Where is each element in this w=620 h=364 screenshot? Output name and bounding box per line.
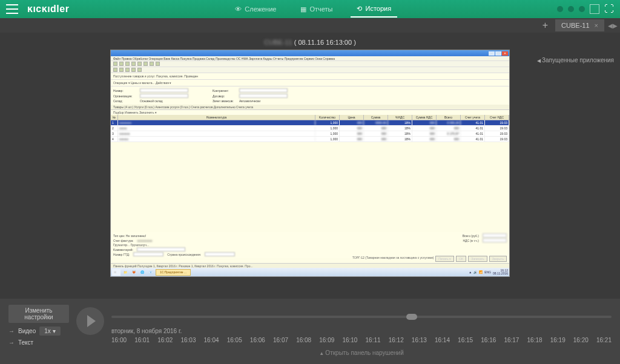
windows-taskbar[interactable]: ⊞ 📁 🦊 🌐 📧 1С:Предприятие ... ▲🔊📶 ENG 16:… (111, 268, 509, 276)
toolbar-icon[interactable] (113, 68, 117, 72)
table-row[interactable]: 3xxxxxxx1,00000000018%0000 170,9741.0119… (111, 131, 509, 137)
toolbar-icon[interactable] (113, 62, 117, 66)
toolbar-icon[interactable] (150, 62, 154, 66)
tab-tracking[interactable]: 👁Слежение (229, 1, 282, 18)
taskbar-app[interactable]: 1С:Предприятие ... (156, 269, 191, 276)
number-field[interactable] (140, 88, 188, 93)
settings-button[interactable]: Изменить настройки (8, 305, 69, 323)
speed-select[interactable]: 1x ▾ (39, 327, 60, 336)
toolbar-icon[interactable] (156, 62, 160, 66)
toolbar-icon[interactable] (119, 68, 124, 72)
maximize-icon[interactable]: □ (495, 51, 501, 56)
toolbar-icon[interactable] (143, 62, 148, 66)
taskbar-pin[interactable]: 🌐 (139, 269, 146, 276)
minimize-icon[interactable]: – (489, 51, 495, 56)
system-tray[interactable]: ▲🔊📶 ENG 16:12 08.11.2016 (469, 269, 508, 275)
doc-bottom-tabs[interactable]: Панель функций Полугодие 1, Квартал 2016… (111, 263, 509, 268)
history-icon: ⟲ (357, 5, 362, 13)
toolbar-icon[interactable] (137, 68, 142, 72)
close-icon[interactable]: × (595, 22, 598, 29)
print-button[interactable]: Печать ▾ (435, 256, 454, 262)
status-dot (579, 6, 585, 12)
toolbar-icon[interactable] (125, 68, 130, 72)
tab-nav-arrows[interactable]: ◀▶ (608, 22, 618, 29)
toolbar-icon[interactable] (125, 62, 130, 66)
taskbar-pin[interactable]: 📧 (147, 269, 154, 276)
toolbar-icon[interactable] (119, 62, 124, 66)
session-tab[interactable]: CUBE-11 × (555, 19, 604, 31)
toolbar-icon[interactable] (131, 62, 136, 66)
time-tick[interactable]: 16:00 (111, 337, 127, 343)
timeline-track[interactable] (111, 316, 612, 318)
time-tick[interactable]: 16:15 (458, 337, 473, 343)
tab-history[interactable]: ⟲История (351, 1, 397, 18)
table-row[interactable]: 4xxxxxx1,00000000018%00000041.0119.03 (111, 137, 509, 142)
fullscreen-icon[interactable]: ⛶ (604, 4, 614, 15)
time-tick[interactable]: 16:12 (389, 337, 404, 343)
ok-button[interactable]: OK (456, 256, 466, 262)
time-tick[interactable]: 16:14 (435, 337, 450, 343)
time-tick[interactable]: 16:19 (550, 337, 566, 343)
app-header: ĸıcĸıdler 👁Слежение ▦Отчеты ⟲История ⛶ (0, 0, 620, 18)
close-button[interactable]: Закрыть (489, 256, 507, 262)
menu-icon[interactable] (6, 4, 18, 14)
time-tick[interactable]: 16:16 (481, 337, 496, 343)
time-tick[interactable]: 16:06 (250, 337, 265, 343)
table-row[interactable]: 2xxxxx1,00000000018%00000041.0119.03 (111, 126, 509, 131)
date-label: вторник, 8 ноября 2016 г. (111, 328, 612, 334)
country-field[interactable] (205, 252, 235, 256)
playback-controls: Изменить настройки →Видео1x ▾ →Текст вто… (0, 299, 620, 364)
timeline-thumb[interactable] (406, 314, 417, 320)
running-apps-toggle[interactable]: Запущенные приложения (537, 57, 614, 63)
time-tick[interactable]: 16:10 (342, 337, 357, 343)
start-button[interactable]: ⊞ (112, 269, 120, 276)
doc-tabs[interactable]: Товары (4 шт.) Услуги (0 поз.) Агентские… (111, 105, 509, 110)
nav-tabs: 👁Слежение ▦Отчеты ⟲История (229, 1, 397, 18)
gtd-field[interactable] (133, 252, 163, 256)
doc-subheader[interactable]: Операция ▾ Цены и валюта... Действия ▾ (111, 80, 509, 86)
doc-subtoolbar[interactable]: Подбор Изменить Заполнить ▾ (111, 110, 509, 115)
add-tab-button[interactable]: + (539, 20, 552, 31)
toolbar-icon[interactable] (137, 62, 142, 66)
data-grid[interactable]: №НоменклатураКоличествоЦенаСумма%НДССумм… (111, 115, 509, 142)
lang-indicator[interactable]: ENG (484, 270, 491, 274)
violations-panel-toggle[interactable]: Открыть панель нарушений (111, 349, 612, 356)
time-tick[interactable]: 16:02 (157, 337, 173, 343)
screenshot-viewer[interactable]: – □ × Файл Правка Обработки Операции Бан… (110, 50, 510, 277)
app-menubar[interactable]: Файл Правка Обработки Операции Банк Касс… (111, 56, 509, 61)
app-toolbar-2[interactable] (111, 67, 509, 73)
time-tick[interactable]: 16:05 (227, 337, 242, 343)
time-tick[interactable]: 16:18 (527, 337, 542, 343)
app-toolbar[interactable] (111, 61, 509, 67)
time-tick[interactable]: 16:13 (412, 337, 427, 343)
time-tick[interactable]: 16:09 (319, 337, 334, 343)
save-button[interactable]: Записать (468, 256, 487, 262)
toolbar-icon[interactable] (131, 68, 136, 72)
text-label[interactable]: Текст (18, 339, 33, 346)
session-tab-label: CUBE-11 (561, 22, 589, 29)
time-tick[interactable]: 16:04 (204, 337, 219, 343)
time-tick[interactable]: 16:20 (573, 337, 589, 343)
play-button[interactable] (76, 307, 104, 335)
tab-reports[interactable]: ▦Отчеты (294, 1, 338, 18)
time-tick[interactable]: 16:01 (134, 337, 150, 343)
time-tick[interactable]: 16:11 (366, 337, 381, 343)
close-icon[interactable]: × (502, 51, 508, 56)
taskbar-pin[interactable]: 🦊 (130, 269, 137, 276)
time-tick[interactable]: 16:21 (596, 337, 612, 343)
contract-field[interactable] (239, 94, 288, 98)
grid-header: №НоменклатураКоличествоЦенаСумма%НДССумм… (111, 115, 509, 120)
status-dot (557, 6, 563, 12)
time-tick[interactable]: 16:07 (273, 337, 288, 343)
timestamp-bar: CUBE-11 ( 08.11.16 16:13:00 ) (0, 37, 620, 47)
table-row[interactable]: 1xxxxxxxx1,0000000000.0018%0000 000,2941… (111, 120, 509, 126)
time-tick[interactable]: 16:08 (296, 337, 311, 343)
arrow-icon: → (8, 339, 15, 346)
time-tick[interactable]: 16:03 (180, 337, 196, 343)
comment-field[interactable] (137, 247, 185, 252)
org-field[interactable] (140, 94, 188, 98)
counter-field[interactable] (239, 88, 288, 93)
window-icon[interactable] (590, 4, 599, 14)
time-tick[interactable]: 16:17 (504, 337, 519, 343)
taskbar-pin[interactable]: 📁 (122, 269, 129, 276)
